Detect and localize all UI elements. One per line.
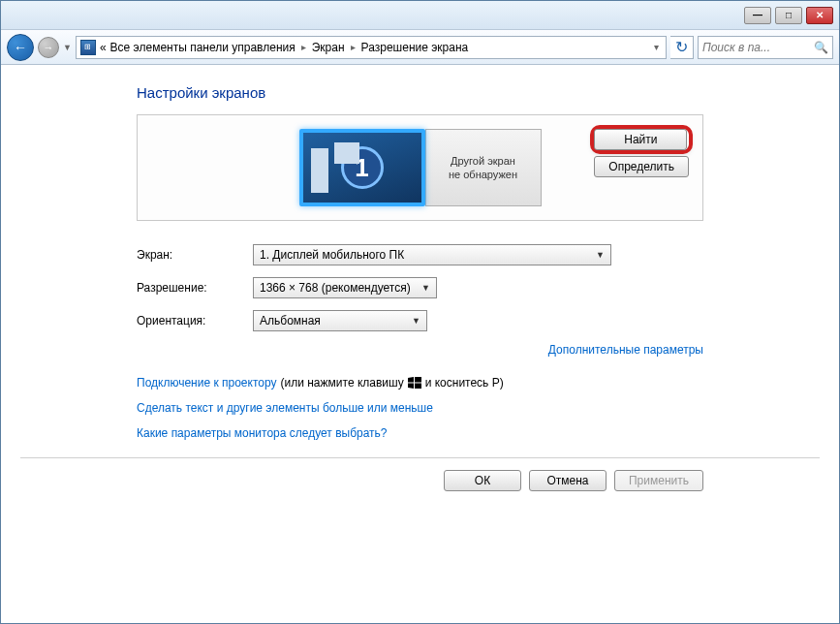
display-combobox[interactable]: 1. Дисплей мобильного ПК ▼ (253, 244, 611, 265)
resolution-label: Разрешение: (137, 281, 253, 295)
history-dropdown-icon[interactable]: ▼ (63, 43, 72, 52)
display-label: Экран: (137, 248, 253, 262)
display-value: 1. Дисплей мобильного ПК (260, 248, 404, 262)
monitor-params-link-row: Какие параметры монитора следует выбрать… (137, 426, 703, 440)
forward-button[interactable]: → (38, 37, 59, 58)
preview-side-buttons: Найти Определить (594, 129, 689, 177)
page-title: Настройки экранов (137, 84, 703, 101)
chevron-down-icon: ▼ (412, 316, 420, 326)
detect-button[interactable]: Определить (594, 156, 689, 177)
refresh-icon: ↻ (675, 38, 688, 56)
arrow-right-icon: → (44, 42, 54, 53)
cancel-button[interactable]: Отмена (529, 470, 607, 491)
projector-link-row: Подключение к проектору (или нажмите кла… (137, 376, 703, 390)
display-1-thumbnail[interactable]: 1 (299, 129, 425, 206)
search-input[interactable] (702, 41, 810, 54)
navigation-bar: ← → ▼ ⊞ « Все элементы панели управления… (1, 30, 839, 65)
orientation-value: Альбомная (260, 314, 321, 328)
find-button[interactable]: Найти (594, 129, 687, 150)
orientation-combobox[interactable]: Альбомная ▼ (253, 310, 427, 331)
thumb-decor (311, 148, 328, 193)
search-icon: 🔍 (814, 41, 828, 54)
chevron-down-icon: ▼ (421, 283, 430, 293)
advanced-link-row: Дополнительные параметры (137, 343, 703, 357)
back-button[interactable]: ← (7, 34, 34, 61)
apply-button[interactable]: Применить (614, 470, 703, 491)
window-controls: — □ ✕ (744, 7, 833, 24)
refresh-button[interactable]: ↻ (670, 36, 694, 59)
no-second-text: не обнаружен (449, 168, 517, 181)
windows-logo-icon (408, 377, 421, 389)
breadcrumb-item[interactable]: Экран (312, 41, 345, 54)
form-row-resolution: Разрешение: 1366 × 768 (рекомендуется) ▼ (137, 277, 703, 298)
no-second-text: Другой экран (451, 154, 515, 168)
projector-hint: и коснитесь P) (425, 376, 504, 390)
breadcrumb-item[interactable]: Разрешение экрана (361, 41, 469, 54)
dialog-buttons: ОК Отмена Применить (137, 470, 703, 491)
minimize-button[interactable]: — (744, 7, 771, 24)
resolution-value: 1366 × 768 (рекомендуется) (260, 281, 411, 295)
thumb-decor (334, 142, 359, 164)
control-panel-icon: ⊞ (80, 40, 96, 55)
no-second-display-placeholder[interactable]: Другой экран не обнаружен (425, 129, 542, 206)
breadcrumb-dropdown-icon[interactable]: ▾ (651, 42, 662, 52)
orientation-label: Ориентация: (137, 314, 253, 328)
chevron-right-icon: ▸ (299, 42, 308, 52)
breadcrumb-prefix: « (100, 41, 107, 54)
breadcrumb-bar[interactable]: ⊞ « Все элементы панели управления ▸ Экр… (76, 36, 667, 59)
advanced-settings-link[interactable]: Дополнительные параметры (548, 343, 703, 357)
content-area: Настройки экранов 1 Другой экран не обна… (1, 65, 839, 511)
maximize-button[interactable]: □ (775, 7, 802, 24)
projector-link[interactable]: Подключение к проектору (137, 376, 277, 390)
search-box[interactable]: 🔍 (698, 36, 833, 59)
text-size-link-row: Сделать текст и другие элементы больше и… (137, 401, 703, 415)
form-row-orientation: Ориентация: Альбомная ▼ (137, 310, 703, 331)
close-button[interactable]: ✕ (806, 7, 833, 24)
window-frame: — □ ✕ ← → ▼ ⊞ « Все элементы панели упра… (0, 0, 840, 624)
display-preview-panel: 1 Другой экран не обнаружен Найти Опреде… (137, 114, 703, 221)
text-size-link[interactable]: Сделать текст и другие элементы больше и… (137, 401, 433, 415)
separator-line (20, 457, 820, 458)
projector-hint: (или нажмите клавишу (281, 376, 404, 390)
breadcrumb-item[interactable]: Все элементы панели управления (110, 41, 296, 54)
chevron-right-icon: ▸ (349, 42, 358, 52)
monitor-params-link[interactable]: Какие параметры монитора следует выбрать… (137, 426, 388, 440)
titlebar: — □ ✕ (1, 1, 839, 30)
arrow-left-icon: ← (14, 40, 27, 55)
resolution-combobox[interactable]: 1366 × 768 (рекомендуется) ▼ (253, 277, 437, 298)
ok-button[interactable]: ОК (444, 470, 521, 491)
form-row-display: Экран: 1. Дисплей мобильного ПК ▼ (137, 244, 703, 265)
chevron-down-icon: ▼ (596, 250, 605, 260)
find-button-highlight: Найти (594, 129, 689, 150)
